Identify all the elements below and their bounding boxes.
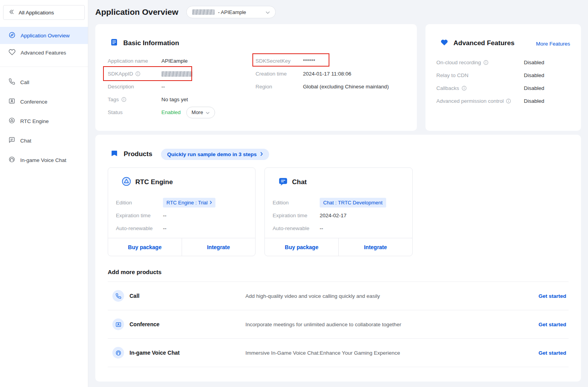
- basic-info-icon: [110, 38, 118, 48]
- chat-card-header: Chat: [278, 176, 307, 188]
- auto-renewable-row: Auto-renewable --: [273, 222, 407, 235]
- info-icon[interactable]: [135, 71, 140, 76]
- conference-icon: [112, 318, 124, 330]
- sdkappid-label: SDKAppID: [108, 71, 133, 77]
- sidebar-item-call[interactable]: Call: [0, 72, 88, 92]
- chevron-down-icon: [266, 9, 270, 15]
- tags-value: No tags yet: [161, 97, 188, 102]
- chat-product-card: Chat Edition Chat : TRTC Development Exp…: [264, 167, 413, 256]
- feature-row-callbacks: Callbacks Disabled: [436, 82, 570, 95]
- phone-icon: [9, 78, 15, 86]
- sidebar-item-application-overview[interactable]: Application Overview: [0, 27, 88, 44]
- edition-value: RTC Engine : Trial: [166, 200, 208, 206]
- basic-info-left-column: Application name APIEample SDKAppID Desc…: [108, 55, 248, 119]
- quick-demo-link[interactable]: Quickly run sample demo in 3 steps: [161, 149, 269, 160]
- more-button-label: More: [192, 109, 203, 115]
- creation-time-row: Creation time 2024-01-17 11:08:06: [256, 67, 411, 80]
- chat-card-fields: Edition Chat : TRTC Development Expirati…: [273, 196, 407, 235]
- status-value-group: Enabled More: [161, 107, 215, 118]
- get-started-link[interactable]: Get started: [539, 293, 569, 299]
- feature-value: Disabled: [524, 85, 544, 91]
- app-selector-value: - APIEample: [218, 9, 246, 15]
- rtc-engine-card-actions: Buy package Integrate: [108, 238, 255, 256]
- sidebar-item-label: Call: [20, 79, 29, 85]
- sidebar-item-ingame-voice-chat[interactable]: In-game Voice Chat: [0, 150, 88, 170]
- auto-renewable-label: Auto-renewable: [116, 225, 163, 231]
- edition-value-link[interactable]: Chat : TRTC Development: [320, 198, 386, 208]
- status-more-button[interactable]: More: [186, 107, 215, 118]
- game-voice-icon: [9, 156, 15, 164]
- chevron-right-icon: [260, 151, 263, 157]
- advanced-features-card: Advanced Features More Features On-cloud…: [425, 24, 581, 131]
- sidebar-item-conference[interactable]: Conference: [0, 92, 88, 111]
- all-applications-label: All Applications: [19, 10, 54, 16]
- edition-value-link[interactable]: RTC Engine : Trial: [163, 198, 215, 208]
- game-voice-icon: [112, 347, 124, 359]
- sidebar-divider: [0, 67, 88, 67]
- basic-info-right-column: SDKSecretKey ****** Creation time 2024-0…: [256, 55, 411, 93]
- quick-demo-label: Quickly run sample demo in 3 steps: [167, 151, 257, 157]
- shield-heart-icon: [440, 38, 448, 48]
- sidebar-item-advanced-features[interactable]: Advanced Features: [0, 44, 88, 61]
- rtc-engine-product-card: RTC Engine Edition RTC Engine : Trial Ex…: [108, 167, 256, 256]
- chat-icon: [9, 137, 15, 144]
- add-more-products-list: Call Add high-quality video and voice ca…: [108, 281, 569, 367]
- advanced-features-title: Advanced Features: [453, 39, 514, 47]
- chat-card-actions: Buy package Integrate: [265, 238, 412, 256]
- app-selector-dropdown[interactable]: - APIEample: [186, 6, 276, 18]
- buy-package-button[interactable]: Buy package: [265, 238, 339, 256]
- info-icon[interactable]: [506, 99, 511, 104]
- all-applications-button[interactable]: All Applications: [3, 5, 85, 20]
- product-description: Add high-quality video and voice calling…: [245, 293, 539, 299]
- sidebar-item-chat[interactable]: Chat: [0, 131, 88, 150]
- sidebar-item-label: Chat: [20, 138, 32, 144]
- back-icon: [9, 9, 14, 16]
- info-icon[interactable]: [462, 86, 467, 91]
- more-features-link[interactable]: More Features: [536, 41, 570, 47]
- auto-renewable-value: --: [163, 225, 166, 231]
- expiration-value: 2024-02-17: [320, 213, 346, 218]
- list-item-conference: Conference Incorporate meetings for unli…: [108, 310, 569, 339]
- rtc-engine-card-fields: Edition RTC Engine : Trial Expiration ti…: [116, 196, 250, 235]
- heart-icon: [9, 49, 16, 57]
- info-icon[interactable]: [121, 97, 126, 102]
- product-name: In-game Voice Chat: [130, 350, 245, 356]
- sidebar-nav-products: Call Conference RTC Engine Chat In-game …: [0, 72, 88, 170]
- get-started-link[interactable]: Get started: [539, 322, 569, 327]
- expiration-label: Expiration time: [116, 213, 163, 218]
- list-item-call: Call Add high-quality video and voice ca…: [108, 282, 569, 310]
- tags-row: Tags No tags yet: [108, 93, 248, 106]
- status-label: Status: [108, 109, 161, 115]
- expiration-label: Expiration time: [273, 213, 320, 218]
- expiration-value: --: [163, 213, 166, 218]
- sdkappid-value-redacted: [161, 71, 192, 77]
- integrate-button[interactable]: Integrate: [182, 238, 256, 256]
- feature-row-on-cloud-recording: On-cloud recording Disabled: [436, 56, 570, 69]
- sdkappid-label-group: SDKAppID: [108, 71, 161, 77]
- sidebar-item-label: Advanced Features: [21, 50, 66, 56]
- buy-package-button[interactable]: Buy package: [108, 238, 182, 256]
- get-started-link[interactable]: Get started: [539, 350, 569, 356]
- engine-icon: [9, 117, 15, 125]
- edition-label: Edition: [273, 200, 320, 206]
- integrate-button[interactable]: Integrate: [339, 238, 412, 256]
- info-icon[interactable]: [483, 60, 488, 65]
- description-row: Description --: [108, 80, 248, 93]
- list-item-ingame-voice-chat: In-game Voice Chat Immersive In-Game Voi…: [108, 339, 569, 367]
- chevron-right-icon: [210, 200, 212, 206]
- product-name: Call: [130, 293, 245, 299]
- advanced-features-rows: On-cloud recording Disabled Relay to CDN…: [436, 56, 570, 107]
- application-name-row: Application name APIEample: [108, 55, 248, 67]
- sidebar: All Applications Application Overview Ad…: [0, 0, 88, 387]
- application-name-value: APIEample: [161, 58, 188, 64]
- chat-card-title: Chat: [292, 178, 307, 186]
- sidebar-item-label: RTC Engine: [20, 118, 49, 124]
- sidebar-item-label: Application Overview: [21, 33, 70, 39]
- expiration-row: Expiration time --: [116, 209, 250, 222]
- feature-value: Disabled: [524, 98, 544, 104]
- sidebar-item-rtc-engine[interactable]: RTC Engine: [0, 111, 88, 131]
- creation-time-label: Creation time: [256, 71, 303, 77]
- rtc-engine-icon: [121, 176, 131, 188]
- product-description: Immersive In-Game Voice Chat:Enhance You…: [245, 350, 539, 356]
- products-card: Products Quickly run sample demo in 3 st…: [95, 135, 581, 382]
